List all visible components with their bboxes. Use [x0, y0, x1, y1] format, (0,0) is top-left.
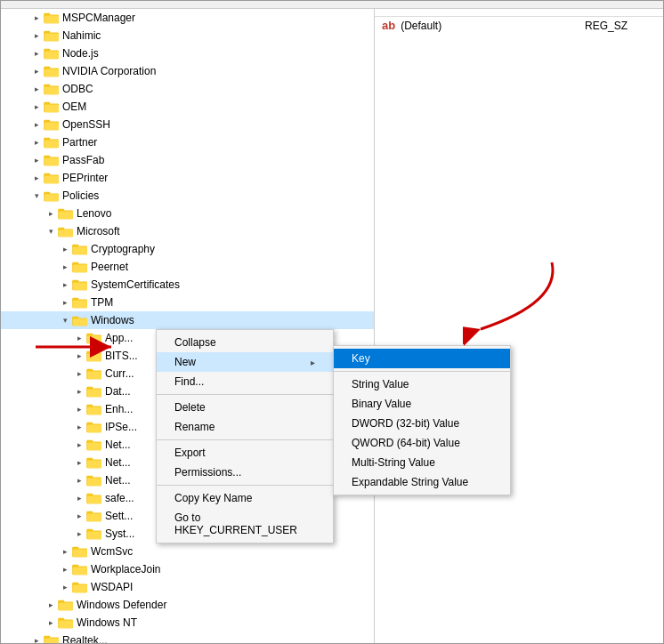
- tree-item-passfab[interactable]: ▸ PassFab: [1, 151, 374, 169]
- tree-item-nahimic[interactable]: ▸ Nahimic: [1, 27, 374, 44]
- submenu-item-binaryvalue[interactable]: Binary Value: [334, 394, 510, 414]
- tree-item-windowsnt[interactable]: ▸ Windows NT: [1, 614, 374, 632]
- menu-item-label-gotohkcu: Go to HKEY_CURRENT_USER: [174, 511, 315, 536]
- svg-rect-101: [59, 602, 73, 610]
- svg-rect-80: [87, 478, 101, 486]
- tree-item-systemcertificates[interactable]: ▸ SystemCertificates: [1, 276, 374, 294]
- tree-item-wcmsvc[interactable]: ▸ WcmSvc: [1, 543, 374, 560]
- tree-item-windowsdefender[interactable]: ▸ Windows Defender: [1, 596, 374, 614]
- chevron-syst[interactable]: ▸: [72, 529, 86, 538]
- submenu-item-dwordvalue[interactable]: DWORD (32-bit) Value: [334, 414, 510, 433]
- chevron-nodejs[interactable]: ▸: [29, 49, 44, 58]
- tree-item-mspcmanager[interactable]: ▸ MSPCManager: [1, 9, 374, 27]
- tree-item-oem[interactable]: ▸ OEM: [1, 98, 374, 116]
- chevron-sett[interactable]: ▸: [72, 511, 86, 520]
- chevron-tpm[interactable]: ▸: [58, 298, 72, 307]
- svg-rect-83: [87, 495, 101, 503]
- svg-rect-20: [45, 122, 59, 130]
- tree-item-lenovo[interactable]: ▸ Lenovo: [1, 205, 374, 222]
- svg-rect-107: [45, 638, 59, 643]
- chevron-peernet[interactable]: ▸: [58, 262, 72, 271]
- tree-item-wsdapi[interactable]: ▸ WSDAPI: [1, 578, 374, 596]
- tree-item-realttek[interactable]: ▸ Realtek...: [1, 632, 374, 643]
- menu-item-find[interactable]: Find...: [157, 372, 333, 391]
- chevron-cryptography[interactable]: ▸: [58, 245, 72, 254]
- submenu-item-key[interactable]: Key: [334, 349, 510, 368]
- folder-icon-peprinter: [44, 172, 60, 184]
- menu-item-permissions[interactable]: Permissions...: [157, 463, 333, 482]
- chevron-odbc[interactable]: ▸: [29, 85, 44, 93]
- menu-item-label-find: Find...: [174, 375, 204, 388]
- svg-rect-68: [87, 407, 101, 415]
- tree-item-odbc[interactable]: ▸ ODBC: [1, 80, 374, 98]
- menu-item-copykeyname[interactable]: Copy Key Name: [157, 488, 333, 508]
- chevron-microsoft[interactable]: ▾: [44, 227, 58, 236]
- tree-item-policies[interactable]: ▾ Policies: [1, 187, 374, 205]
- chevron-policies[interactable]: ▾: [29, 191, 44, 200]
- folder-icon-partner: [44, 136, 60, 149]
- chevron-openssh[interactable]: ▸: [29, 120, 44, 129]
- tree-item-peernet[interactable]: ▸ Peernet: [1, 258, 374, 276]
- tree-item-peprinter[interactable]: ▸ PEPrinter: [1, 169, 374, 187]
- chevron-mspcmanager[interactable]: ▸: [29, 13, 44, 22]
- menu-item-gotohkcu[interactable]: Go to HKEY_CURRENT_USER: [157, 508, 333, 540]
- submenu-item-multistringvalue[interactable]: Multi-String Value: [334, 453, 510, 472]
- chevron-oem[interactable]: ▸: [29, 102, 44, 111]
- chevron-lenovo[interactable]: ▸: [44, 209, 58, 218]
- tree-item-windows[interactable]: ▾ Windows: [1, 311, 374, 329]
- tree-item-nvidia[interactable]: ▸ NVIDIA Corporation: [1, 62, 374, 80]
- chevron-partner[interactable]: ▸: [29, 138, 44, 147]
- arrow-right: [463, 258, 570, 350]
- chevron-wcmsvc[interactable]: ▸: [58, 547, 72, 556]
- tree-item-tpm[interactable]: ▸ TPM: [1, 294, 374, 311]
- tree-label-lenovo: Lenovo: [77, 207, 111, 220]
- chevron-net2[interactable]: ▸: [72, 458, 86, 467]
- folder-icon-nahimic: [44, 29, 60, 42]
- menu-item-collapse[interactable]: Collapse: [157, 333, 333, 352]
- chevron-windowsdefender[interactable]: ▸: [44, 600, 58, 609]
- chevron-dat[interactable]: ▸: [72, 387, 86, 396]
- chevron-net1[interactable]: ▸: [72, 440, 86, 449]
- tree-item-nodejs[interactable]: ▸ Node.js: [1, 44, 374, 62]
- value-row-default[interactable]: ab(Default)REG_SZ: [375, 17, 663, 34]
- tree-item-workplacejoin[interactable]: ▸ WorkplaceJoin: [1, 560, 374, 578]
- submenu-item-expandablestringvalue[interactable]: Expandable String Value: [334, 472, 510, 492]
- tree-label-workplacejoin: WorkplaceJoin: [91, 563, 160, 576]
- tree-item-microsoft[interactable]: ▾ Microsoft: [1, 222, 374, 240]
- tree-item-openssh[interactable]: ▸ OpenSSH: [1, 116, 374, 133]
- tree-item-cryptography[interactable]: ▸ Cryptography: [1, 240, 374, 258]
- svg-rect-92: [73, 549, 87, 557]
- chevron-ipse[interactable]: ▸: [72, 423, 86, 431]
- menu-item-new[interactable]: New▸: [157, 352, 333, 372]
- col-header-name: [382, 11, 585, 14]
- chevron-realttek[interactable]: ▸: [29, 636, 44, 643]
- svg-rect-47: [73, 282, 87, 290]
- chevron-nahimic[interactable]: ▸: [29, 31, 44, 40]
- chevron-net3[interactable]: ▸: [72, 476, 86, 485]
- chevron-wsdapi[interactable]: ▸: [58, 583, 72, 592]
- menu-item-rename[interactable]: Rename: [157, 417, 333, 437]
- submenu-item-qwordvalue[interactable]: QWORD (64-bit) Value: [334, 433, 510, 453]
- submenu-item-stringvalue[interactable]: String Value: [334, 374, 510, 394]
- chevron-nvidia[interactable]: ▸: [29, 67, 44, 76]
- tree-item-partner[interactable]: ▸ Partner: [1, 133, 374, 151]
- chevron-passfab[interactable]: ▸: [29, 156, 44, 165]
- tree-label-policies: Policies: [62, 189, 99, 202]
- folder-icon-openssh: [44, 118, 60, 131]
- chevron-windows[interactable]: ▾: [58, 316, 72, 325]
- menu-item-label-copykeyname: Copy Key Name: [174, 492, 252, 504]
- folder-icon-wcmsvc: [72, 545, 88, 558]
- chevron-safe[interactable]: ▸: [72, 494, 86, 503]
- folder-icon-odbc: [44, 83, 60, 95]
- chevron-systemcertificates[interactable]: ▸: [58, 280, 72, 289]
- folder-icon-peernet: [72, 261, 88, 273]
- chevron-curr[interactable]: ▸: [72, 369, 86, 378]
- menu-item-export[interactable]: Export: [157, 443, 333, 463]
- chevron-peprinter[interactable]: ▸: [29, 173, 44, 182]
- folder-icon-nvidia: [44, 65, 60, 77]
- chevron-enh[interactable]: ▸: [72, 405, 86, 414]
- chevron-windowsnt[interactable]: ▸: [44, 618, 58, 627]
- chevron-workplacejoin[interactable]: ▸: [58, 565, 72, 574]
- menu-item-delete[interactable]: Delete: [157, 398, 333, 417]
- svg-rect-26: [45, 157, 59, 165]
